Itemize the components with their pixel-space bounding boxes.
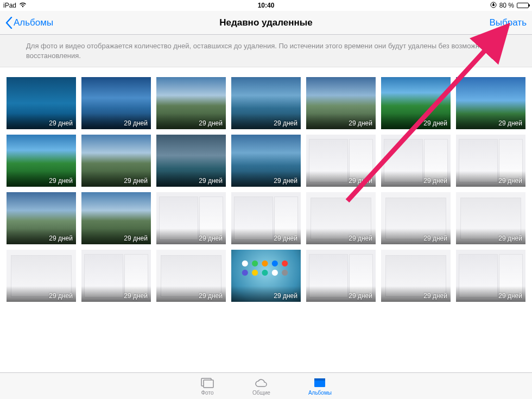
days-remaining-label: 29 дней bbox=[423, 235, 447, 242]
photo-thumbnail[interactable]: 29 дней bbox=[7, 77, 76, 129]
days-remaining-label: 29 дней bbox=[274, 235, 297, 242]
photo-thumbnail[interactable]: 29 дней bbox=[456, 77, 525, 129]
wifi-icon bbox=[19, 2, 27, 9]
days-remaining-label: 29 дней bbox=[199, 292, 223, 300]
photo-thumbnail[interactable]: 29 дней bbox=[156, 77, 226, 129]
photo-thumbnail[interactable]: 29 дней bbox=[456, 135, 525, 187]
photo-thumbnail[interactable]: 29 дней bbox=[381, 77, 451, 129]
days-remaining-label: 29 дней bbox=[349, 235, 372, 242]
page-title: Недавно удаленные bbox=[0, 17, 532, 28]
days-remaining-label: 29 дней bbox=[199, 119, 223, 127]
svg-rect-2 bbox=[204, 380, 213, 388]
photo-thumbnail[interactable]: 29 дней bbox=[306, 135, 376, 187]
tab-label: Фото bbox=[201, 390, 214, 396]
nav-bar: Альбомы Недавно удаленные Выбрать bbox=[0, 11, 532, 35]
device-label: iPad bbox=[3, 2, 16, 9]
photo-thumbnail[interactable]: 29 дней bbox=[81, 77, 151, 129]
days-remaining-label: 29 дней bbox=[349, 119, 372, 127]
days-remaining-label: 29 дней bbox=[274, 292, 297, 300]
battery-icon bbox=[517, 3, 529, 8]
photo-thumbnail[interactable]: 29 дней bbox=[156, 250, 226, 302]
orientation-lock-icon bbox=[490, 2, 497, 10]
days-remaining-label: 29 дней bbox=[498, 235, 522, 242]
cloud-icon bbox=[254, 377, 268, 389]
tab-bar: Фото Общие Альбомы bbox=[0, 372, 532, 399]
days-remaining-label: 29 дней bbox=[199, 177, 223, 185]
photo-thumbnail[interactable]: 29 дней bbox=[381, 192, 451, 244]
select-button[interactable]: Выбрать bbox=[490, 17, 527, 28]
status-time: 10:40 bbox=[0, 2, 532, 9]
tab-photos[interactable]: Фото bbox=[200, 377, 214, 396]
photo-thumbnail[interactable]: 29 дней bbox=[231, 192, 301, 244]
days-remaining-label: 29 дней bbox=[199, 235, 223, 242]
photo-thumbnail[interactable]: 29 дней bbox=[231, 77, 301, 129]
days-remaining-label: 29 дней bbox=[124, 235, 148, 242]
photo-thumbnail[interactable]: 29 дней bbox=[231, 250, 301, 302]
back-label: Альбомы bbox=[14, 17, 53, 28]
photo-thumbnail[interactable]: 29 дней bbox=[456, 250, 525, 302]
tab-label: Общие bbox=[252, 390, 270, 396]
status-bar: iPad 10:40 80 % bbox=[0, 0, 532, 11]
photo-thumbnail[interactable]: 29 дней bbox=[81, 135, 151, 187]
days-remaining-label: 29 дней bbox=[124, 119, 148, 127]
days-remaining-label: 29 дней bbox=[49, 235, 73, 242]
days-remaining-label: 29 дней bbox=[274, 177, 297, 185]
days-remaining-label: 29 дней bbox=[349, 292, 372, 300]
days-remaining-label: 29 дней bbox=[498, 119, 522, 127]
chevron-left-icon bbox=[5, 17, 12, 29]
days-remaining-label: 29 дней bbox=[124, 292, 148, 300]
days-remaining-label: 29 дней bbox=[49, 119, 73, 127]
days-remaining-label: 29 дней bbox=[274, 119, 297, 127]
photo-thumbnail[interactable]: 29 дней bbox=[306, 77, 376, 129]
tab-albums[interactable]: Альбомы bbox=[308, 377, 332, 396]
photo-grid: 29 дней29 дней29 дней29 дней29 дней29 дн… bbox=[7, 77, 525, 302]
photo-grid-container: 29 дней29 дней29 дней29 дней29 дней29 дн… bbox=[0, 67, 532, 379]
photos-icon bbox=[200, 377, 214, 389]
days-remaining-label: 29 дней bbox=[124, 177, 148, 185]
days-remaining-label: 29 дней bbox=[49, 292, 73, 300]
days-remaining-label: 29 дней bbox=[423, 119, 447, 127]
photo-thumbnail[interactable]: 29 дней bbox=[306, 192, 376, 244]
info-banner: Для фото и видео отображается количество… bbox=[0, 35, 532, 67]
photo-thumbnail[interactable]: 29 дней bbox=[381, 250, 451, 302]
tab-label: Альбомы bbox=[308, 390, 332, 396]
photo-thumbnail[interactable]: 29 дней bbox=[306, 250, 376, 302]
days-remaining-label: 29 дней bbox=[423, 177, 447, 185]
back-button[interactable]: Альбомы bbox=[5, 17, 53, 29]
svg-rect-4 bbox=[314, 378, 325, 381]
days-remaining-label: 29 дней bbox=[349, 177, 372, 185]
battery-pct: 80 % bbox=[499, 2, 514, 9]
days-remaining-label: 29 дней bbox=[498, 292, 522, 300]
tab-shared[interactable]: Общие bbox=[252, 377, 270, 396]
photo-thumbnail[interactable]: 29 дней bbox=[81, 192, 151, 244]
albums-icon bbox=[313, 377, 327, 389]
photo-thumbnail[interactable]: 29 дней bbox=[81, 250, 151, 302]
photo-thumbnail[interactable]: 29 дней bbox=[381, 135, 451, 187]
photo-thumbnail[interactable]: 29 дней bbox=[156, 135, 226, 187]
photo-thumbnail[interactable]: 29 дней bbox=[231, 135, 301, 187]
photo-thumbnail[interactable]: 29 дней bbox=[156, 192, 226, 244]
days-remaining-label: 29 дней bbox=[498, 177, 522, 185]
photo-thumbnail[interactable]: 29 дней bbox=[7, 192, 76, 244]
photo-thumbnail[interactable]: 29 дней bbox=[456, 192, 525, 244]
photo-thumbnail[interactable]: 29 дней bbox=[7, 135, 76, 187]
days-remaining-label: 29 дней bbox=[423, 292, 447, 300]
photo-thumbnail[interactable]: 29 дней bbox=[7, 250, 76, 302]
days-remaining-label: 29 дней bbox=[49, 177, 73, 185]
